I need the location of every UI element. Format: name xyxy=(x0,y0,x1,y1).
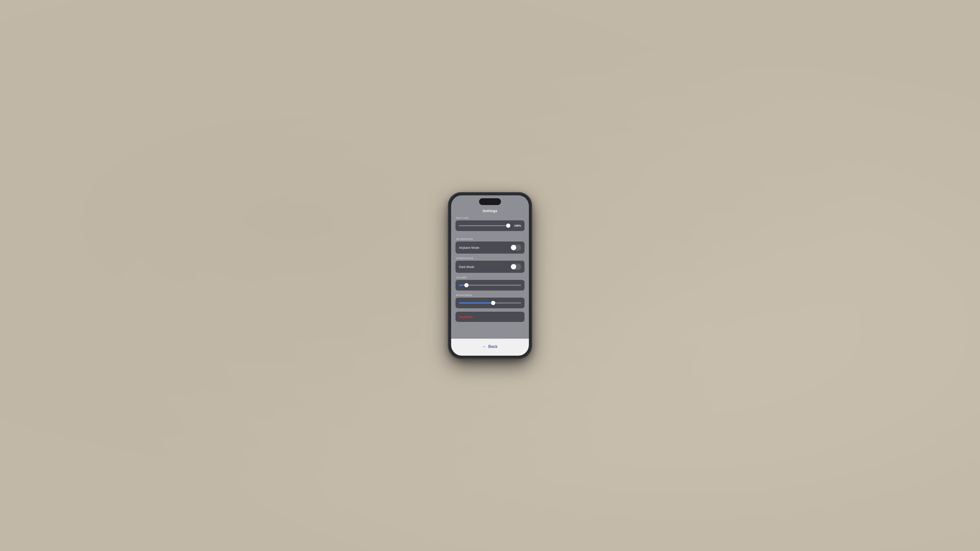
page-title: Settings xyxy=(455,209,525,213)
text-size-value: 100% xyxy=(513,224,521,227)
brightness-slider[interactable] xyxy=(459,300,521,305)
text-size-track xyxy=(459,225,511,226)
text-size-label: TEXT SIZE xyxy=(456,217,525,219)
back-arrow-icon: ← xyxy=(482,345,486,349)
text-size-thumb[interactable] xyxy=(506,224,511,228)
dynamic-island xyxy=(479,198,501,205)
volume-slider[interactable] xyxy=(459,283,521,287)
phone-body: Settings TEXT SIZE xyxy=(449,193,531,358)
airplane-mode-toggle[interactable] xyxy=(511,245,521,251)
brightness-thumb[interactable] xyxy=(491,301,495,305)
dark-mode-row: Dark Mode xyxy=(459,264,521,270)
networking-section: NETWORKING Airplane Mode xyxy=(455,238,525,257)
brightness-label: BRIGHTNESS xyxy=(456,294,525,296)
brightness-card xyxy=(455,298,525,308)
volume-thumb[interactable] xyxy=(464,283,469,287)
text-size-slider[interactable] xyxy=(459,223,511,228)
brightness-section: BRIGHTNESS xyxy=(455,294,525,312)
brightness-track xyxy=(459,302,521,303)
appearance-section: APPEARANCE Dark Mode xyxy=(455,257,525,276)
brightness-fill xyxy=(459,302,493,303)
back-label: Back xyxy=(488,344,498,349)
phone-device: Settings TEXT SIZE xyxy=(449,193,531,358)
screen-content: Settings TEXT SIZE xyxy=(451,195,529,356)
airplane-mode-label: Airplane Mode xyxy=(459,246,479,249)
text-size-card: 100% xyxy=(455,220,525,231)
networking-card: Airplane Mode xyxy=(455,241,525,254)
back-button[interactable]: ← Back xyxy=(482,344,498,349)
text-size-row: 100% xyxy=(459,223,521,228)
dark-mode-label: Dark Mode xyxy=(459,265,474,269)
settings-area: Settings TEXT SIZE xyxy=(451,195,529,339)
shutdown-button[interactable]: Shutdown xyxy=(455,312,525,322)
airplane-mode-knob xyxy=(511,245,516,250)
airplane-mode-row: Airplane Mode xyxy=(459,245,521,251)
dark-mode-toggle[interactable] xyxy=(511,264,521,270)
back-area: ← Back xyxy=(451,339,529,356)
dark-mode-knob xyxy=(511,264,516,270)
appearance-label: APPEARANCE xyxy=(456,257,525,259)
shutdown-label: Shutdown xyxy=(459,315,473,319)
appearance-card: Dark Mode xyxy=(455,261,525,273)
volume-card xyxy=(455,280,525,291)
volume-label: VOLUME xyxy=(456,276,525,279)
networking-label: NETWORKING xyxy=(456,238,525,240)
text-size-section: TEXT SIZE 100% xyxy=(455,217,525,235)
phone-screen: Settings TEXT SIZE xyxy=(451,195,529,356)
text-size-fill xyxy=(459,225,511,226)
volume-track xyxy=(459,285,521,286)
volume-section: VOLUME xyxy=(455,276,525,294)
